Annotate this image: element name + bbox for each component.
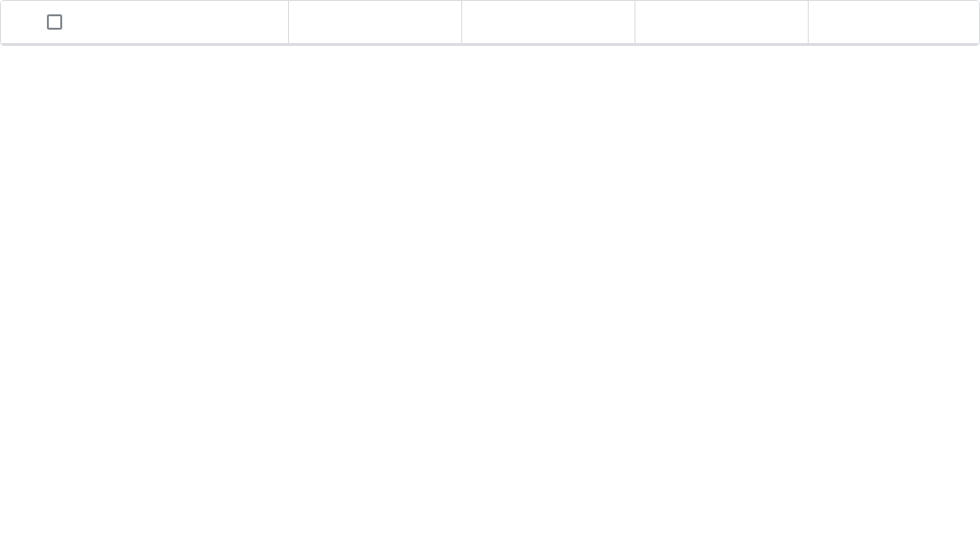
header-monthly: [288, 1, 461, 44]
header-variationyoy: [635, 1, 808, 44]
header-keyword: [1, 1, 288, 44]
select-all-checkbox[interactable]: [47, 14, 62, 30]
header-concurrence: [809, 1, 979, 44]
header-variation3m: [461, 1, 635, 44]
keyword-table: [0, 0, 980, 46]
